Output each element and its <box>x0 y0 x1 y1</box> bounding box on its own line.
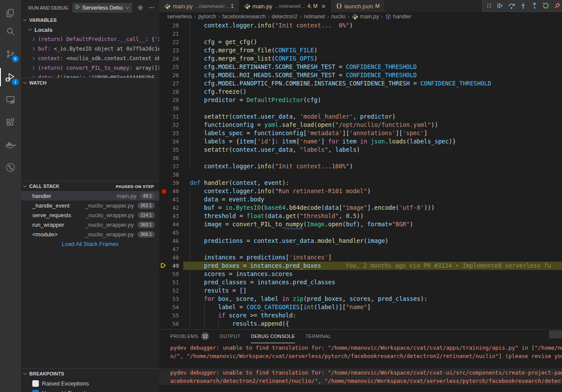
variable-row[interactable]: (return) DefaultPredictor.__call__: {'in… <box>21 34 159 44</box>
editor-gutter[interactable]: 29 <box>159 96 183 104</box>
code-line-content[interactable]: cfg = get_cfg() <box>183 38 562 46</box>
step-out-icon[interactable] <box>531 2 538 9</box>
editor-gutter[interactable]: 34 <box>159 137 183 146</box>
editor-gutter[interactable]: 21 <box>159 30 183 38</box>
line-number[interactable]: 22 <box>159 38 183 46</box>
stack-frame-row[interactable]: <module>_nuclio_wrapper.py366:1 <box>21 229 159 239</box>
breakpoint-row[interactable]: Uncaught Exceptions <box>21 388 159 392</box>
code-line-content[interactable] <box>183 154 562 162</box>
editor-gutter[interactable]: 54 <box>159 303 183 311</box>
code-line-content[interactable]: for box, score, label in zip(pred_boxes,… <box>183 295 562 303</box>
line-number[interactable]: 30 <box>159 104 183 112</box>
line-number[interactable]: 28 <box>159 88 183 96</box>
code-line-30[interactable]: 30 <box>159 104 562 112</box>
editor-gutter[interactable]: 24 <box>159 55 183 63</box>
editor-tab-launch-json[interactable]: {}launch.jsonM <box>331 0 385 12</box>
code-line-38[interactable]: 38 <box>159 170 562 179</box>
breadcrumb-item-pytorch[interactable]: pytorch <box>198 14 216 20</box>
line-number[interactable]: 24 <box>159 55 183 63</box>
code-line-42[interactable]: 42 buf = io.BytesIO(base64.b64decode(dat… <box>159 204 562 212</box>
more-actions-icon[interactable] <box>148 4 155 11</box>
editor-gutter[interactable]: 33 <box>159 129 183 137</box>
code-line-content[interactable]: scores = instances.scores <box>183 270 562 278</box>
line-number[interactable]: 37 <box>159 162 183 170</box>
code-line-48[interactable]: 48 instances = predictions['instances'] <box>159 253 562 262</box>
editor-gutter[interactable]: 48 <box>159 253 183 262</box>
code-line-content[interactable] <box>183 30 562 38</box>
editor-gutter[interactable]: 49 <box>159 262 183 270</box>
continue-icon[interactable] <box>497 2 504 9</box>
line-number[interactable]: 56 <box>159 320 183 328</box>
line-number[interactable]: 21 <box>159 30 183 38</box>
code-line-41[interactable]: 41 data = event.body <box>159 195 562 204</box>
line-number[interactable]: 43 <box>159 212 183 220</box>
editor-gutter[interactable]: 22 <box>159 38 183 46</box>
code-line-content[interactable]: pred_boxes = instances.pred_boxesYou, 2 … <box>183 262 562 270</box>
code-line-34[interactable]: 34 labels = {item['id']: item['name'] fo… <box>159 137 562 146</box>
editor-gutter[interactable]: 46 <box>159 237 183 245</box>
code-line-content[interactable]: data = event.body <box>183 195 562 204</box>
code-line-content[interactable]: functionconfig = yaml.safe_load(open("/o… <box>183 121 562 129</box>
code-line-51[interactable]: 51 pred_classes = instances.pred_classes <box>159 278 562 286</box>
breadcrumb-item-main-py[interactable]: main.py <box>352 14 379 20</box>
code-line-content[interactable]: context.logger.info("Init context... 0%"… <box>183 21 562 30</box>
activity-item-run-and-debug[interactable]: 1 <box>0 67 21 88</box>
breakpoint-row[interactable]: Raised Exceptions <box>21 378 159 388</box>
code-line-content[interactable]: context.logger.info("Init context...100%… <box>183 162 562 170</box>
code-line-content[interactable] <box>183 228 562 237</box>
breadcrumb-item-retinanet[interactable]: retinanet <box>304 14 325 20</box>
code-line-content[interactable]: predictions = context.user_data.model_ha… <box>183 237 562 245</box>
code-line-content[interactable]: predictor = DefaultPredictor(cfg) <box>183 96 562 104</box>
code-line-56[interactable]: 56 results.append({ <box>159 320 562 328</box>
editor-gutter[interactable]: 35 <box>159 146 183 154</box>
editor-gutter[interactable]: 40 <box>159 187 183 195</box>
code-line-31[interactable]: 31 setattr(context.user_data, 'model_han… <box>159 112 562 121</box>
code-line-content[interactable]: threshold = float(data.get("threshold", … <box>183 212 562 220</box>
code-line-53[interactable]: 53 for box, score, label in zip(pred_box… <box>159 295 562 303</box>
line-number[interactable]: 38 <box>159 170 183 179</box>
editor-gutter[interactable]: 47 <box>159 245 183 253</box>
line-number[interactable]: 46 <box>159 237 183 245</box>
code-line-27[interactable]: 27 cfg.MODEL.PANOPTIC_FPN.COMBINE.INSTAN… <box>159 79 562 88</box>
line-number[interactable]: 20 <box>159 21 183 30</box>
panel-scrollbar[interactable] <box>549 331 562 338</box>
code-line-content[interactable] <box>183 170 562 179</box>
code-line-33[interactable]: 33 labels_spec = functionconfig['metadat… <box>159 129 562 137</box>
call-stack-section-header[interactable]: CALL STACK PAUSED ON STEP <box>21 181 159 191</box>
code-line-29[interactable]: 29 predictor = DefaultPredictor(cfg) <box>159 96 562 104</box>
stack-frame-row[interactable]: serve_requests_nuclio_wrapper.py114:1 <box>21 210 159 220</box>
editor-gutter[interactable]: 50 <box>159 270 183 278</box>
panel-tab-output[interactable]: OUTPUT <box>219 330 240 343</box>
code-line-content[interactable] <box>183 104 562 112</box>
code-line-content[interactable]: setattr(context.user_data, "labels", lab… <box>183 146 562 154</box>
code-line-content[interactable]: image = convert_PIL_to_numpy(Image.open(… <box>183 220 562 228</box>
panel-tab-problems[interactable]: PROBLEMS12 <box>170 330 209 343</box>
step-over-icon[interactable] <box>508 2 515 10</box>
editor-gutter[interactable]: 32 <box>159 121 183 129</box>
line-number[interactable]: 25 <box>159 63 183 71</box>
code-line-content[interactable]: instances = predictions['instances'] <box>183 253 562 262</box>
breakpoints-section-header[interactable]: BREAKPOINTS <box>21 369 159 378</box>
code-line-44[interactable]: 44 image = convert_PIL_to_numpy(Image.op… <box>159 220 562 228</box>
checked-checkbox[interactable] <box>32 390 39 392</box>
code-line-content[interactable]: cfg.merge_from_file(CONFIG_FILE) <box>183 46 562 55</box>
editor-gutter[interactable]: 23 <box>159 46 183 55</box>
close-icon[interactable] <box>321 4 326 9</box>
line-number[interactable]: 50 <box>159 270 183 278</box>
breadcrumb-item-handler[interactable]: handler <box>385 14 411 20</box>
line-number[interactable]: 54 <box>159 303 183 311</box>
line-number[interactable]: 51 <box>159 278 183 286</box>
line-number[interactable]: 33 <box>159 129 183 137</box>
variables-scope-locals[interactable]: Locals <box>21 25 159 34</box>
breadcrumb-item-nuclio[interactable]: nuclio <box>331 14 346 20</box>
breadcrumb-item-serverless[interactable]: serverless <box>167 14 192 20</box>
stack-frame-row[interactable]: _handle_event_nuclio_wrapper.py262:1 <box>21 201 159 210</box>
line-number[interactable]: 32 <box>159 121 183 129</box>
line-number[interactable]: 23 <box>159 46 183 55</box>
code-line-content[interactable]: cfg.MODEL.ROI_HEADS.SCORE_THRESH_TEST = … <box>183 71 562 79</box>
activity-item-remote-explorer[interactable] <box>0 89 21 110</box>
code-line-50[interactable]: 50 scores = instances.scores <box>159 270 562 278</box>
code-line-46[interactable]: 46 predictions = context.user_data.model… <box>159 237 562 245</box>
line-number[interactable]: 42 <box>159 204 183 212</box>
variable-row[interactable]: buf: <_io.BytesIO object at 0x7f5a2dc1ec… <box>21 44 159 54</box>
